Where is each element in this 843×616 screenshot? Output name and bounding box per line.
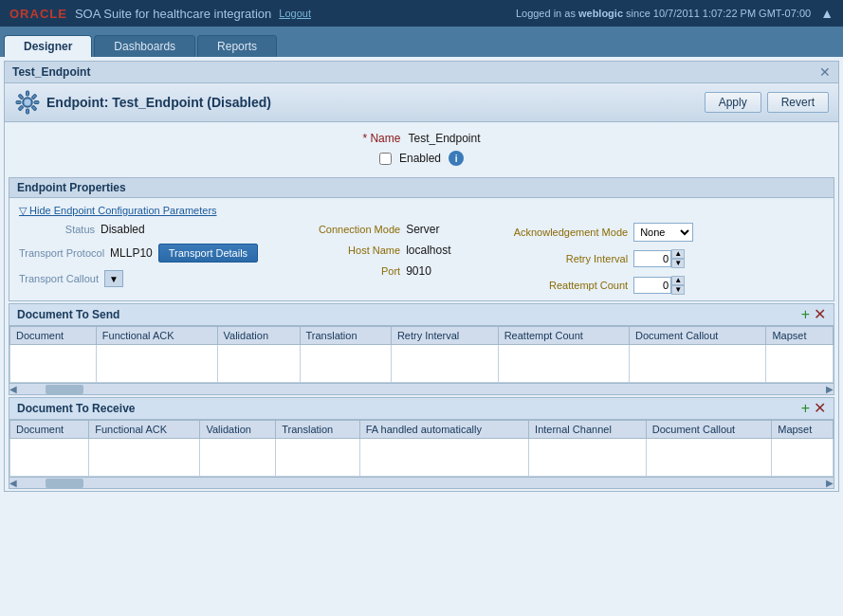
main-content: Test_Endpoint ✕ bbox=[0, 57, 843, 616]
connection-mode-value: Server bbox=[406, 223, 439, 236]
endpoint-actions: Apply Revert bbox=[705, 92, 829, 113]
retry-interval-input[interactable] bbox=[633, 250, 671, 267]
scrollbar-thumb bbox=[46, 385, 83, 394]
properties-inner: ▽ Hide Endpoint Configuration Parameters… bbox=[9, 198, 834, 300]
doc-send-table-container: Document Functional ACK Validation Trans… bbox=[9, 326, 834, 383]
transport-details-button[interactable]: Transport Details bbox=[158, 244, 258, 263]
transport-protocol-label: Transport Protocol bbox=[19, 247, 104, 259]
endpoint-header: Endpoint: Test_Endpoint (Disabled) Apply… bbox=[5, 83, 838, 122]
connection-mode-row: Connection Mode Server bbox=[296, 223, 467, 236]
svg-point-9 bbox=[24, 99, 31, 106]
retry-interval-down-icon[interactable]: ▼ bbox=[671, 259, 685, 268]
doc-receive-actions: + ✕ bbox=[801, 401, 826, 416]
callout-dropdown-arrow[interactable]: ▼ bbox=[104, 270, 123, 287]
section-title: Endpoint Properties bbox=[17, 181, 126, 194]
logged-in-text: Logged in as weblogic since 10/7/2011 1:… bbox=[516, 8, 811, 19]
name-label: * Name bbox=[362, 132, 400, 145]
col-translation-send: Translation bbox=[300, 327, 391, 345]
doc-receive-add-icon[interactable]: + bbox=[801, 401, 810, 416]
port-row: Port 9010 bbox=[296, 264, 467, 278]
properties-section-header: Endpoint Properties bbox=[9, 178, 834, 198]
retry-interval-row: Retry Interval ▲ ▼ bbox=[504, 249, 713, 268]
col-retry-interval-send: Retry Interval bbox=[391, 327, 498, 345]
transport-callout-dropdown: ▼ bbox=[104, 270, 123, 287]
col-internal-channel-recv: Internal Channel bbox=[529, 421, 647, 439]
hide-params-link[interactable]: ▽ Hide Endpoint Configuration Parameters bbox=[19, 205, 217, 216]
doc-send-scrollbar[interactable]: ◀ ▶ bbox=[9, 383, 834, 394]
document-to-receive-section: Document To Receive + ✕ Document Functio… bbox=[9, 397, 834, 489]
col-document-recv: Document bbox=[10, 421, 89, 439]
ack-mode-row: Acknowledgement Mode None Auto Manual bbox=[504, 223, 713, 242]
enabled-checkbox[interactable] bbox=[379, 153, 392, 165]
endpoint-properties-section: Endpoint Properties ▽ Hide Endpoint Conf… bbox=[9, 177, 834, 301]
col-functional-ack-send: Functional ACK bbox=[96, 327, 217, 345]
logout-link[interactable]: Logout bbox=[279, 8, 311, 19]
status-row: Status Disabled bbox=[19, 223, 258, 236]
col-fa-handled-recv: FA handled automatically bbox=[359, 421, 528, 439]
retry-interval-label: Retry Interval bbox=[504, 253, 628, 264]
doc-receive-delete-icon[interactable]: ✕ bbox=[814, 401, 826, 416]
port-label: Port bbox=[296, 265, 400, 277]
reattempt-count-spinner: ▲ ▼ bbox=[633, 276, 685, 295]
doc-send-add-icon[interactable]: + bbox=[801, 307, 810, 322]
doc-receive-header: Document To Receive + ✕ bbox=[9, 398, 834, 420]
tab-designer[interactable]: Designer bbox=[4, 35, 92, 57]
doc-receive-scrollbar[interactable]: ◀ ▶ bbox=[9, 477, 834, 488]
svg-rect-7 bbox=[18, 105, 24, 111]
revert-button[interactable]: Revert bbox=[767, 92, 829, 113]
doc-send-delete-icon[interactable]: ✕ bbox=[814, 307, 826, 322]
reattempt-down-icon[interactable]: ▼ bbox=[671, 285, 685, 295]
apply-button[interactable]: Apply bbox=[705, 92, 761, 113]
doc-receive-table: Document Functional ACK Validation Trans… bbox=[9, 420, 834, 477]
recv-scroll-left-icon[interactable]: ◀ bbox=[9, 478, 17, 488]
app-header: ORACLE SOA Suite for healthcare integrat… bbox=[0, 0, 843, 27]
panel-header: Test_Endpoint ✕ bbox=[5, 62, 838, 83]
table-row bbox=[10, 345, 834, 383]
oracle-logo: ORACLE bbox=[9, 7, 67, 21]
recv-scroll-right-icon[interactable]: ▶ bbox=[826, 478, 834, 488]
reattempt-count-input[interactable] bbox=[633, 277, 671, 294]
svg-rect-4 bbox=[34, 101, 39, 104]
endpoint-panel: Test_Endpoint ✕ bbox=[4, 61, 839, 492]
col-mapset-send: Mapset bbox=[766, 327, 834, 345]
scroll-up-icon[interactable]: ▲ bbox=[820, 6, 834, 21]
doc-send-table: Document Functional ACK Validation Trans… bbox=[9, 326, 834, 383]
transport-protocol-row: Transport Protocol MLLP10 Transport Deta… bbox=[19, 244, 258, 263]
reattempt-up-icon[interactable]: ▲ bbox=[671, 276, 685, 285]
reattempt-count-label: Reattempt Count bbox=[504, 280, 628, 291]
doc-receive-table-container: Document Functional ACK Validation Trans… bbox=[9, 420, 834, 477]
tabs-bar: Designer Dashboards Reports bbox=[0, 27, 843, 57]
svg-rect-2 bbox=[27, 109, 29, 114]
enabled-row: Enabled i bbox=[379, 151, 464, 166]
svg-rect-1 bbox=[27, 91, 29, 96]
status-value: Disabled bbox=[101, 223, 145, 236]
doc-send-actions: + ✕ bbox=[801, 307, 826, 322]
col-functional-ack-recv: Functional ACK bbox=[89, 421, 200, 439]
header-right: Logged in as weblogic since 10/7/2011 1:… bbox=[516, 6, 834, 21]
retry-interval-up-icon[interactable]: ▲ bbox=[671, 249, 685, 259]
col-validation-send: Validation bbox=[217, 327, 300, 345]
header-left: ORACLE SOA Suite for healthcare integrat… bbox=[9, 7, 311, 21]
tab-reports[interactable]: Reports bbox=[197, 35, 277, 57]
panel-close-icon[interactable]: ✕ bbox=[819, 64, 831, 80]
svg-rect-3 bbox=[16, 101, 21, 104]
transport-protocol-value: MLLP10 bbox=[110, 246, 153, 260]
retry-interval-spinner: ▲ ▼ bbox=[633, 249, 685, 268]
connection-mode-label: Connection Mode bbox=[296, 224, 400, 235]
tab-dashboards[interactable]: Dashboards bbox=[94, 35, 195, 57]
port-value: 9010 bbox=[406, 264, 431, 278]
app-title: SOA Suite for healthcare integration bbox=[75, 7, 271, 21]
ack-mode-select[interactable]: None Auto Manual bbox=[633, 223, 693, 242]
col-document-callout-send: Document Callout bbox=[629, 327, 765, 345]
reattempt-count-row: Reattempt Count ▲ ▼ bbox=[504, 276, 713, 295]
info-icon[interactable]: i bbox=[449, 151, 464, 166]
scroll-left-icon[interactable]: ◀ bbox=[9, 384, 17, 394]
scroll-right-icon[interactable]: ▶ bbox=[826, 384, 834, 394]
col-translation-recv: Translation bbox=[276, 421, 359, 439]
host-name-value: localhost bbox=[406, 244, 450, 257]
svg-rect-5 bbox=[18, 94, 24, 100]
transport-callout-label: Transport Callout bbox=[19, 273, 99, 284]
name-row: * Name Test_Endpoint bbox=[362, 132, 480, 145]
document-to-send-section: Document To Send + ✕ Document Functional… bbox=[9, 303, 834, 395]
table-row bbox=[10, 439, 834, 477]
